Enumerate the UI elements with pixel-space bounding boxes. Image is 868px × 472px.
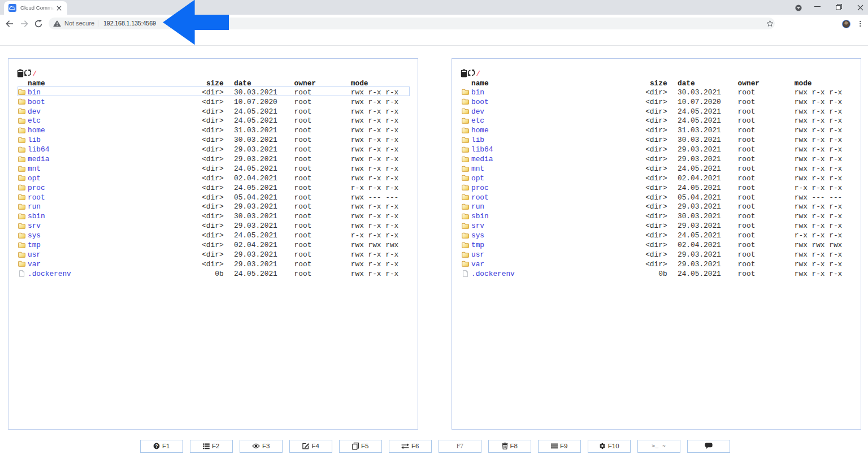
svg-text:?: ? bbox=[155, 443, 158, 449]
